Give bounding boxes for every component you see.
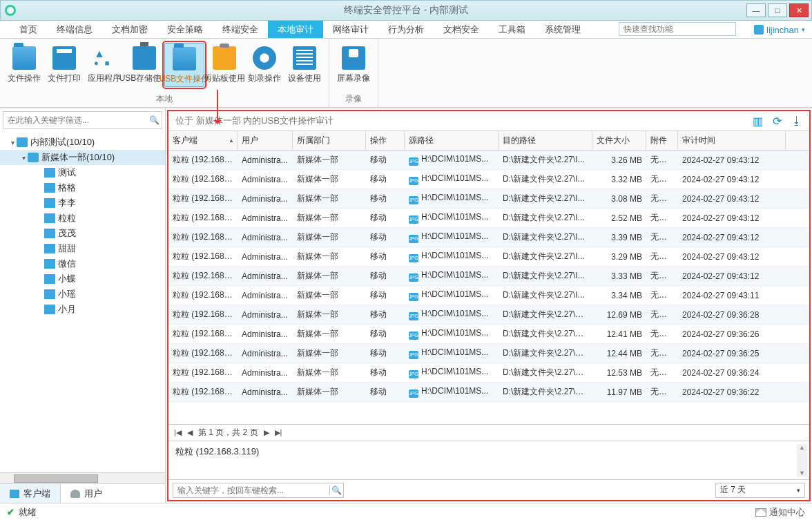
table-cell: 粒粒 (192.168.3... (168, 212, 238, 224)
monitor-icon (44, 274, 55, 284)
tree-client[interactable]: 格格 (0, 180, 165, 195)
tree-client[interactable]: 粒粒 (0, 211, 165, 226)
table-cell: 2024-02-27 09:36:28 (678, 310, 786, 320)
titlebar: 终端安全管控平台 - 内部测试 — □ ✕ (0, 0, 812, 21)
ribbon-item-folder[interactable]: 文件操作 (4, 43, 44, 87)
sidebar-hscrollbar[interactable] (0, 472, 165, 483)
column-header[interactable]: 所属部门 (293, 131, 366, 150)
table-row[interactable]: 粒粒 (192.168.3...Administra...新媒体一部移动JPGH… (168, 209, 809, 228)
table-row[interactable]: 粒粒 (192.168.3...Administra...新媒体一部移动JPGH… (168, 363, 809, 383)
keyword-search[interactable]: 🔍 (173, 483, 344, 498)
table-cell: 2024-02-27 09:43:12 (678, 155, 786, 165)
menu-tab[interactable]: 终端信息 (47, 21, 102, 38)
table-row[interactable]: 粒粒 (192.168.3...Administra...新媒体一部移动JPGH… (168, 286, 809, 305)
refresh-button[interactable]: ⟳ (773, 115, 782, 128)
sidebar-tab-user[interactable]: 用户 (61, 484, 112, 503)
ribbon-item-device[interactable]: 设备使用 (284, 43, 325, 87)
close-button[interactable]: ✕ (789, 3, 809, 17)
menu-tab[interactable]: 系统管理 (535, 21, 590, 38)
table-row[interactable]: 粒粒 (192.168.3...Administra...新媒体一部移动JPGH… (168, 325, 809, 344)
tree-client[interactable]: 小月 (0, 302, 165, 317)
notification-center[interactable]: 通知中心 (755, 506, 805, 519)
device-icon (293, 46, 316, 70)
audit-grid: 客户端▲用户所属部门操作源路径目的路径文件大小附件审计时间 粒粒 (192.16… (168, 131, 809, 441)
pager-next[interactable]: ▶ (264, 428, 269, 437)
menu-tab[interactable]: 首页 (10, 21, 47, 38)
ribbon-item-record[interactable]: 屏幕录像 (334, 43, 374, 86)
quick-search[interactable] (619, 22, 736, 36)
table-row[interactable]: 粒粒 (192.168.3...Administra...新媒体一部移动JPGH… (168, 267, 809, 286)
table-cell: 2024-02-27 09:43:12 (678, 252, 786, 262)
column-header[interactable]: 附件 (646, 131, 678, 150)
menu-tab[interactable]: 网络审计 (323, 21, 378, 38)
collapse-icon[interactable]: ▾ (8, 139, 17, 146)
tree-root[interactable]: ▾ 内部测试(10/10) (0, 135, 165, 150)
pager-prev[interactable]: ◀ (187, 428, 193, 437)
search-icon[interactable]: 🔍 (329, 485, 343, 495)
menu-tab[interactable]: 文档安全 (434, 21, 489, 38)
column-header[interactable]: 目的路径 (499, 131, 592, 150)
table-row[interactable]: 粒粒 (192.168.3...Administra...新媒体一部移动JPGH… (168, 151, 809, 170)
ribbon-item-clip[interactable]: 剪贴板使用 (204, 43, 244, 87)
collapse-icon[interactable]: ▾ (19, 154, 28, 162)
pager-first[interactable]: |◀ (174, 428, 182, 437)
ribbon-item-app[interactable]: 应用程序 (84, 43, 124, 87)
minimize-button[interactable]: — (746, 3, 766, 17)
column-header[interactable]: 操作 (366, 131, 405, 150)
detail-scrollbar[interactable] (797, 444, 808, 477)
folder-icon (173, 47, 196, 70)
search-icon[interactable]: 🔍 (146, 115, 162, 125)
table-row[interactable]: 粒粒 (192.168.3...Administra...新媒体一部移动JPGH… (168, 189, 809, 209)
tree-client-label: 微信 (58, 258, 76, 270)
quick-search-input[interactable] (619, 23, 735, 35)
menu-tab[interactable]: 安全策略 (157, 21, 213, 38)
tree-client[interactable]: 小蝶 (0, 271, 165, 287)
ribbon-item-label: 应用程序 (88, 73, 121, 84)
pager-last[interactable]: ▶| (275, 428, 282, 437)
tree-client[interactable]: 小瑶 (0, 287, 165, 302)
jpg-file-icon: JPG (409, 312, 418, 320)
keyword-input[interactable] (173, 485, 329, 495)
tree-client[interactable]: 李李 (0, 195, 165, 211)
column-header[interactable]: 文件大小 (592, 131, 646, 150)
sidebar-tab-client[interactable]: 客户端 (0, 484, 61, 503)
monitor-icon (44, 183, 55, 193)
table-row[interactable]: 粒粒 (192.168.3...Administra...新媒体一部移动JPGH… (168, 383, 809, 402)
export-button[interactable]: ⭳ (791, 115, 802, 128)
sidebar-filter-input[interactable] (3, 115, 146, 125)
menu-tab[interactable]: 文档加密 (102, 21, 157, 38)
table-row[interactable]: 粒粒 (192.168.3...Administra...新媒体一部移动JPGH… (168, 247, 809, 267)
table-row[interactable]: 粒粒 (192.168.3...Administra...新媒体一部移动JPGH… (168, 228, 809, 247)
ribbon-item-printer[interactable]: 文件打印 (44, 43, 84, 87)
ribbon-item-folder[interactable]: USB文件操作 (164, 43, 204, 87)
columns-button[interactable]: ▥ (753, 115, 763, 128)
sidebar-filter[interactable]: 🔍 (3, 111, 162, 129)
tree-group[interactable]: ▾ 新媒体一部(10/10) (0, 150, 165, 165)
menu-tab[interactable]: 终端安全 (213, 21, 268, 38)
table-row[interactable]: 粒粒 (192.168.3...Administra...新媒体一部移动JPGH… (168, 170, 809, 189)
table-row[interactable]: 粒粒 (192.168.3...Administra...新媒体一部移动JPGH… (168, 344, 809, 363)
column-header[interactable]: 源路径 (405, 131, 499, 150)
menu-tab[interactable]: 工具箱 (489, 21, 535, 38)
table-cell: 新媒体一部 (293, 328, 366, 340)
tree-client[interactable]: 测试 (0, 165, 165, 180)
column-header[interactable]: 用户 (238, 131, 293, 150)
maximize-button[interactable]: □ (768, 3, 787, 17)
user-menu[interactable]: lijinchan ▾ (754, 21, 805, 39)
content-pane: 位于 新媒体一部 内的USB文件操作审计 ▥ ⟳ ⭳ 客户端▲用户所属部门操作源… (167, 110, 811, 501)
column-header[interactable]: 客户端▲ (168, 131, 238, 150)
menu-tab[interactable]: 本地审计 (268, 21, 323, 38)
ribbon-item-usb[interactable]: USB存储使用 (124, 43, 164, 87)
ribbon-item-disc[interactable]: 刻录操作 (244, 43, 284, 87)
column-header[interactable]: 审计时间 (678, 131, 786, 150)
table-row[interactable]: 粒粒 (192.168.3...Administra...新媒体一部移动JPGH… (168, 305, 809, 325)
tree-client[interactable]: 微信 (0, 256, 165, 271)
tree-client[interactable]: 茂茂 (0, 226, 165, 241)
table-cell: 粒粒 (192.168.3... (168, 193, 238, 204)
menu-tab[interactable]: 行为分析 (378, 21, 434, 38)
jpg-file-icon: JPG (409, 389, 418, 398)
check-icon: ✔ (7, 507, 14, 517)
tree-client[interactable]: 甜甜 (0, 241, 165, 256)
grid-body[interactable]: 粒粒 (192.168.3...Administra...新媒体一部移动JPGH… (168, 151, 809, 424)
time-range-dropdown[interactable]: 近 7 天 ▾ (715, 483, 805, 498)
